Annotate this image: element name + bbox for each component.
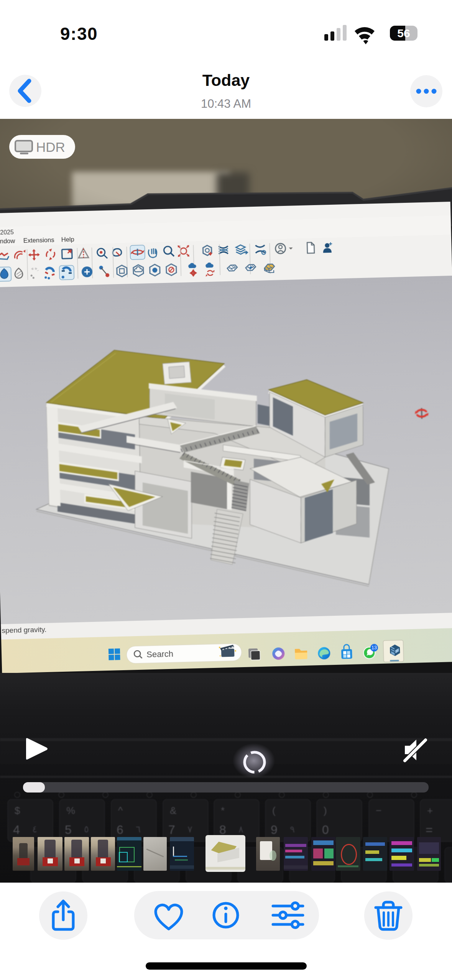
svg-text:+: + — [427, 805, 433, 816]
svg-text:9: 9 — [271, 823, 278, 837]
svg-text:(: ( — [272, 805, 276, 816]
svg-text:=: = — [426, 823, 433, 837]
svg-text:٦: ٦ — [136, 824, 141, 834]
svg-text:8: 8 — [219, 823, 226, 837]
svg-text:6: 6 — [117, 823, 123, 837]
svg-text:٥: ٥ — [84, 824, 89, 834]
svg-text:13: 13 — [371, 645, 377, 651]
svg-text:$: $ — [15, 805, 20, 816]
svg-text:−: − — [376, 805, 381, 816]
svg-text:0: 0 — [322, 823, 329, 837]
svg-text:^: ^ — [118, 805, 123, 816]
svg-text:%: % — [66, 805, 75, 816]
svg-text:٧: ٧ — [187, 824, 192, 834]
svg-text:56: 56 — [397, 27, 410, 39]
svg-text:Search: Search — [146, 649, 173, 659]
svg-text:5: 5 — [65, 823, 72, 837]
svg-text:٩: ٩ — [290, 824, 295, 834]
svg-text:&: & — [170, 805, 176, 816]
svg-text:٤: ٤ — [32, 824, 37, 834]
svg-text:*: * — [221, 805, 225, 816]
svg-text:4: 4 — [13, 823, 20, 837]
svg-text:HDR: HDR — [36, 140, 65, 155]
svg-text:7: 7 — [168, 823, 175, 837]
svg-text:٨: ٨ — [238, 824, 243, 834]
svg-text:): ) — [324, 805, 327, 816]
